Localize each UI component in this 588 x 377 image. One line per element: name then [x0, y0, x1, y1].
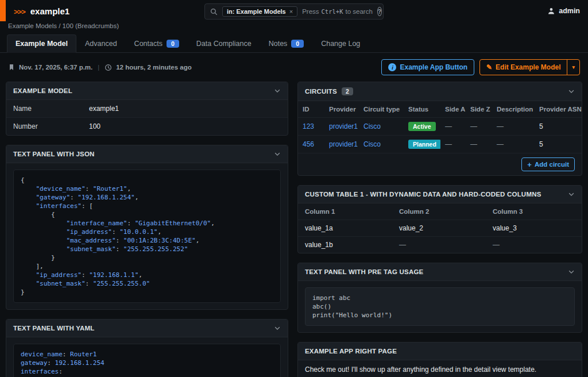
- example-model-fields: Name example1 Number 100: [6, 100, 288, 135]
- field-row-number: Number 100: [6, 117, 288, 135]
- side-a-cell: —: [440, 136, 466, 153]
- add-circuit-button[interactable]: + Add circuit: [521, 157, 575, 171]
- tab-example-model[interactable]: Example Model: [7, 34, 76, 53]
- panel-title: TEXT PANEL WITH PRE TAG USAGE: [305, 268, 423, 275]
- circuits-count-badge: 2: [342, 87, 353, 95]
- json-panel-body: { "device_name": "Router1", "gateway": "…: [6, 163, 288, 309]
- col-header-status: Status: [404, 101, 440, 118]
- info-icon: i: [388, 63, 396, 71]
- tab-data-compliance[interactable]: Data Compliance: [188, 34, 260, 52]
- meta-row: Nov. 17, 2025, 6:37 p.m. | 12 hours, 2 m…: [0, 53, 588, 82]
- panel-text-json: TEXT PANEL WITH JSON { "device_name": "R…: [6, 145, 288, 310]
- json-code-block: { "device_name": "Router1", "gateway": "…: [13, 170, 281, 303]
- circuit-type-link[interactable]: Cisco: [363, 122, 381, 130]
- pre-code-block: import abcabc()print("Hello world!"): [305, 287, 575, 326]
- col-header-provider: Provider: [324, 101, 359, 118]
- panel-example-app-right-page: EXAMPLE APP RIGHT PAGE Check me out! I'l…: [297, 342, 582, 377]
- clock-icon: [105, 64, 112, 71]
- custom-table: Column 1 Column 2 Column 3 value_1a valu…: [298, 203, 582, 253]
- global-search-input[interactable]: in: Example Models × Press Ctrl+K to sea…: [204, 3, 384, 20]
- circuits-header-row: ID Provider Circuit type Status Side A S…: [298, 101, 582, 118]
- circuit-row: 123 provider1 Cisco Active — — — 5: [298, 118, 582, 136]
- chip-close-icon[interactable]: ×: [289, 8, 293, 15]
- col-header-3: Column 3: [488, 203, 582, 220]
- chevron-down-icon[interactable]: [568, 191, 575, 198]
- circuit-id-link[interactable]: 456: [303, 140, 314, 148]
- cell: value_3: [488, 220, 582, 237]
- user-menu[interactable]: admin: [547, 7, 580, 15]
- tab-notes[interactable]: Notes0: [260, 34, 313, 52]
- chevron-down-icon[interactable]: [274, 87, 281, 94]
- status-badge: Planned: [408, 140, 440, 149]
- search-scope-chip[interactable]: in: Example Models ×: [222, 6, 297, 17]
- panel-title: CUSTOM TABLE 1 - WITH DYNAMIC DATA AND H…: [305, 191, 541, 198]
- panel-header-text-yaml: TEXT PANEL WITH YAML: [6, 320, 288, 337]
- circuit-id-link[interactable]: 123: [303, 122, 314, 130]
- panel-title: CIRCUITS 2: [305, 87, 353, 95]
- notes-count-badge: 0: [291, 40, 304, 48]
- help-icon[interactable]: ?: [377, 7, 382, 16]
- example-app-button-label: Example App Button: [400, 63, 467, 71]
- tab-label: Advanced: [85, 40, 117, 48]
- edit-dropdown-caret[interactable]: ▾: [567, 59, 580, 75]
- app-logo-chevrons[interactable]: >>>: [14, 7, 25, 16]
- tab-change-log[interactable]: Change Log: [312, 34, 369, 52]
- chevron-down-icon[interactable]: [568, 268, 575, 275]
- tab-advanced[interactable]: Advanced: [76, 34, 126, 52]
- add-circuit-label: Add circuit: [535, 161, 569, 168]
- breadcrumb[interactable]: Example Models / 100 (Breadcrumbs): [0, 22, 588, 29]
- contacts-count-badge: 0: [167, 40, 179, 48]
- side-z-cell: —: [466, 118, 492, 136]
- col-header-id: ID: [298, 101, 324, 118]
- provider-link[interactable]: provider1: [329, 122, 358, 130]
- chevron-down-icon[interactable]: [568, 88, 575, 95]
- field-label: Name: [13, 105, 89, 113]
- panel-header-right-page: EXAMPLE APP RIGHT PAGE: [298, 343, 582, 360]
- chevron-down-icon[interactable]: [274, 151, 281, 157]
- provider-asn-cell: 5: [535, 136, 582, 153]
- table-row: value_1a value_2 value_3: [298, 220, 582, 237]
- col-header-circuit-type: Circuit type: [359, 101, 404, 118]
- panel-title: TEXT PANEL WITH JSON: [13, 151, 95, 157]
- description-cell: —: [492, 136, 535, 153]
- edit-example-model-button[interactable]: ✎ Edit Example Model: [479, 59, 567, 75]
- panel-text-pre: TEXT PANEL WITH PRE TAG USAGE import abc…: [297, 263, 582, 333]
- tab-label: Contacts: [134, 40, 163, 48]
- side-a-cell: —: [440, 118, 466, 136]
- page-title: example1: [30, 6, 69, 16]
- pre-panel-body: import abcabc()print("Hello world!"): [298, 281, 582, 332]
- search-icon: [210, 8, 218, 16]
- circuit-type-link[interactable]: Cisco: [363, 140, 381, 148]
- tab-contacts[interactable]: Contacts0: [126, 34, 188, 52]
- provider-link[interactable]: provider1: [329, 140, 358, 148]
- chevron-down-icon[interactable]: [274, 325, 281, 332]
- yaml-code-block: device_name: Router1gateway: 192.168.1.2…: [13, 344, 281, 377]
- field-value: 100: [89, 122, 100, 130]
- cell: —: [394, 237, 488, 253]
- field-label: Number: [13, 122, 89, 130]
- pencil-icon: ✎: [486, 63, 492, 71]
- content: EXAMPLE MODEL Name example1 Number 100: [0, 82, 588, 377]
- example-app-button[interactable]: i Example App Button: [381, 59, 474, 75]
- col-header-side-z: Side Z: [466, 101, 492, 118]
- col-header-provider-asn: Provider ASN: [535, 101, 582, 118]
- created-timestamp: Nov. 17, 2025, 6:37 p.m.: [19, 64, 92, 71]
- tab-label: Change Log: [321, 40, 360, 48]
- user-icon: [547, 7, 555, 15]
- page: >>> example1 in: Example Models × Press …: [0, 0, 588, 377]
- panel-title: EXAMPLE APP RIGHT PAGE: [305, 348, 397, 355]
- provider-asn-cell: 5: [535, 118, 582, 136]
- updated-ago: 12 hours, 2 minutes ago: [116, 64, 192, 71]
- circuits-footer: + Add circuit: [298, 153, 582, 175]
- custom-table-header-row: Column 1 Column 2 Column 3: [298, 203, 582, 220]
- panel-header-text-json: TEXT PANEL WITH JSON: [6, 145, 288, 163]
- bookmark-icon: [8, 64, 15, 71]
- col-header-2: Column 2: [394, 203, 488, 220]
- field-row-name: Name example1: [6, 100, 288, 117]
- side-z-cell: —: [466, 136, 492, 153]
- brand: >>> example1: [14, 6, 69, 16]
- cell: —: [488, 237, 582, 253]
- panel-title: EXAMPLE MODEL: [13, 87, 72, 94]
- field-value: example1: [89, 105, 119, 113]
- circuit-row: 456 provider1 Cisco Planned — — — 5: [298, 136, 582, 153]
